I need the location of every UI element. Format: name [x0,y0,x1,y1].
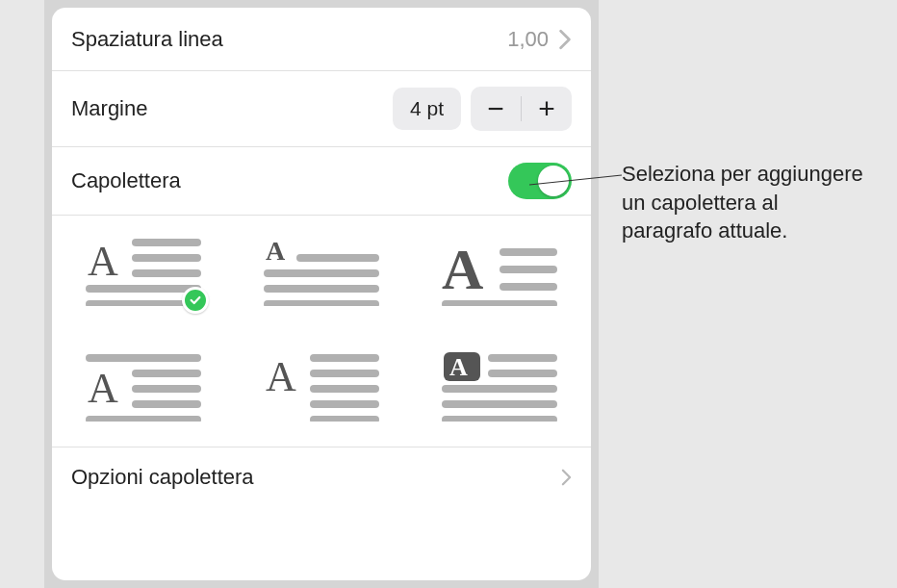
dropcap-styles-grid: A A [75,237,568,422]
dropcap-label: Capolettera [71,168,508,193]
dropcap-style-1[interactable]: A [86,237,201,306]
svg-text:A: A [442,238,483,301]
callout-leader [529,173,626,192]
chevron-right-icon [558,29,572,50]
margin-stepper: − + [471,87,572,131]
dropcap-style-2[interactable]: A [264,237,379,306]
svg-text:A: A [88,238,118,285]
line-spacing-row[interactable]: Spaziatura linea 1,00 [52,8,591,71]
dropcap-style-4[interactable]: A [86,352,201,422]
callout-text: Seleziona per aggiungere un capolettera … [622,160,872,245]
dropcap-style-5[interactable]: A [264,352,379,422]
svg-line-35 [529,175,622,185]
line-spacing-value: 1,00 [507,27,549,52]
dropcap-row: Capolettera [52,147,591,216]
checkmark-icon [182,287,209,314]
stepper-plus-button[interactable]: + [522,87,572,131]
line-spacing-label: Spaziatura linea [71,27,507,52]
dropcap-style-6[interactable]: A [442,352,557,422]
margin-value[interactable]: 4 pt [393,88,461,130]
dropcap-options-row[interactable]: Opzioni capolettera [52,447,591,507]
dropcap-options-label: Opzioni capolettera [71,465,561,490]
chevron-right-icon [561,469,572,486]
dropcap-styles-section: A A [52,216,591,447]
dropcap-style-3[interactable]: A [442,237,557,306]
format-panel: Spaziatura linea 1,00 Margine 4 pt − + C… [52,8,591,580]
stepper-minus-button[interactable]: − [471,87,521,131]
margin-label: Margine [71,96,393,121]
margin-row: Margine 4 pt − + [52,71,591,147]
svg-text:A: A [449,353,468,381]
svg-text:A: A [266,353,296,400]
svg-text:A: A [88,365,118,412]
svg-text:A: A [266,237,286,266]
